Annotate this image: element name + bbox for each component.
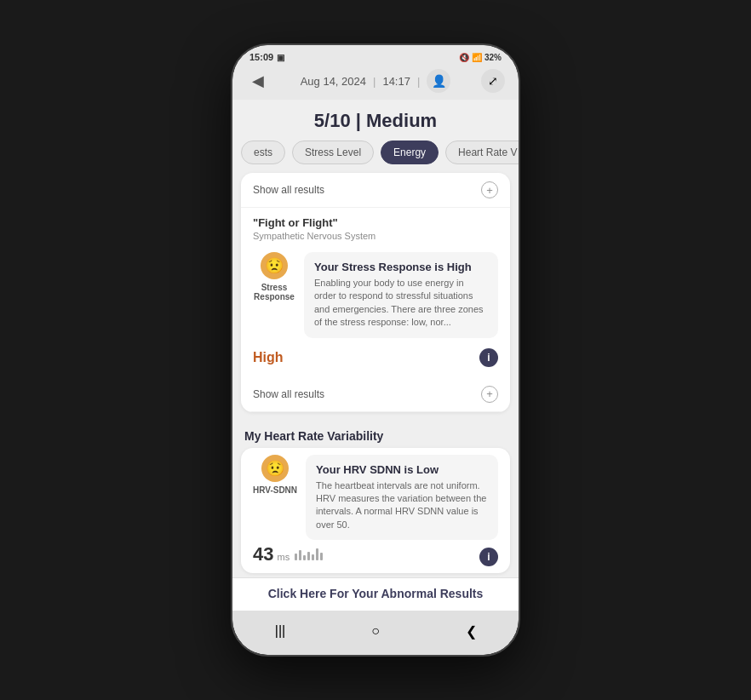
chart-bar bbox=[316, 548, 318, 560]
stress-info-title: Your Stress Response is High bbox=[314, 261, 488, 273]
hrv-card: 😟 HRV-SDNN Your HRV SDNN is Low The hear… bbox=[241, 448, 510, 574]
stress-metric-label: StressResponse bbox=[254, 283, 295, 301]
tab-bar: ests Stress Level Energy Heart Rate V bbox=[232, 141, 519, 173]
battery-level: 32% bbox=[484, 53, 502, 62]
score-title: 5/10 | Medium bbox=[232, 100, 519, 141]
tab-energy[interactable]: Energy bbox=[381, 141, 439, 164]
chart-bar bbox=[312, 554, 314, 560]
chart-bar bbox=[307, 552, 310, 560]
bottom-nav: ||| ○ ❮ bbox=[232, 611, 519, 655]
stress-info-icon[interactable]: i bbox=[479, 348, 498, 367]
status-time: 15:09 ▣ bbox=[249, 52, 284, 62]
fight-flight-title: "Fight or Flight" Sympathetic Nervous Sy… bbox=[241, 208, 510, 245]
menu-button[interactable]: ||| bbox=[265, 619, 295, 643]
stress-icon-col: 😟 StressResponse bbox=[253, 252, 295, 338]
hrv-mini-chart bbox=[293, 543, 324, 560]
show-all-bottom[interactable]: Show all results + bbox=[241, 377, 510, 412]
phone-shell: 15:09 ▣ 🔇 📶 32% ◀ Aug 14, 2024 | 14:17 |… bbox=[231, 43, 520, 657]
hrv-icon-col: 😟 HRV-SDNN bbox=[253, 455, 297, 495]
tab-heart-rate[interactable]: Heart Rate V bbox=[445, 141, 519, 164]
share-button[interactable]: ⤢ bbox=[481, 69, 505, 93]
show-all-plus-bottom[interactable]: + bbox=[481, 386, 498, 403]
phone-screen: 15:09 ▣ 🔇 📶 32% ◀ Aug 14, 2024 | 14:17 |… bbox=[232, 45, 519, 655]
stress-info-box: Your Stress Response is High Enabling yo… bbox=[304, 252, 498, 338]
wifi-icon: 📶 bbox=[472, 53, 482, 62]
show-all-top[interactable]: Show all results + bbox=[241, 173, 510, 208]
stress-result-row: 😟 StressResponse Your Stress Response is… bbox=[241, 245, 510, 348]
status-icons: 🔇 📶 32% bbox=[459, 53, 502, 62]
mute-icon: 🔇 bbox=[459, 53, 469, 62]
chart-bar bbox=[295, 554, 297, 560]
hrv-unit: ms bbox=[277, 552, 290, 562]
back-nav-button[interactable]: ❮ bbox=[456, 619, 486, 643]
hrv-metric-row: 😟 HRV-SDNN Your HRV SDNN is Low The hear… bbox=[241, 448, 510, 541]
nav-time: 14:17 bbox=[382, 75, 410, 88]
hrv-metric-label: HRV-SDNN bbox=[253, 485, 297, 495]
tab-stress-level[interactable]: Stress Level bbox=[292, 141, 374, 164]
main-content: 5/10 | Medium ests Stress Level Energy H… bbox=[232, 100, 519, 577]
stress-info-desc: Enabling your body to use energy in orde… bbox=[314, 277, 488, 330]
show-all-plus-top[interactable]: + bbox=[481, 181, 498, 198]
chart-bar bbox=[320, 553, 323, 560]
nav-bar: ◀ Aug 14, 2024 | 14:17 | 👤 ⤢ bbox=[232, 66, 519, 100]
chart-bar bbox=[303, 555, 306, 560]
hrv-info-box: Your HRV SDNN is Low The heartbeat inter… bbox=[306, 455, 498, 541]
chart-bar bbox=[299, 550, 301, 560]
status-icon: ▣ bbox=[277, 53, 284, 62]
hrv-info-desc: The heartbeat intervals are not uniform.… bbox=[316, 479, 488, 532]
fight-flight-card: Show all results + "Fight or Flight" Sym… bbox=[241, 173, 510, 412]
stress-status-badge: High bbox=[253, 350, 284, 365]
stress-status-row: High i bbox=[241, 348, 510, 377]
hrv-info-title: Your HRV SDNN is Low bbox=[316, 463, 488, 476]
abnormal-results-button[interactable]: Click Here For Your Abnormal Results bbox=[232, 577, 519, 611]
back-button[interactable]: ◀ bbox=[246, 69, 270, 93]
home-button[interactable]: ○ bbox=[360, 619, 391, 643]
nav-date: Aug 14, 2024 bbox=[301, 75, 366, 88]
tab-ests[interactable]: ests bbox=[241, 141, 285, 164]
hrv-section-title: My Heart Rate Variability bbox=[232, 421, 519, 448]
status-bar: 15:09 ▣ 🔇 📶 32% bbox=[232, 45, 519, 66]
hrv-info-icon[interactable]: i bbox=[479, 548, 498, 566]
stress-emoji: 😟 bbox=[261, 252, 288, 279]
hrv-emoji: 😟 bbox=[261, 455, 289, 482]
profile-icon[interactable]: 👤 bbox=[427, 69, 450, 93]
hrv-value-row: 43 ms i bbox=[241, 540, 510, 573]
nav-date-time: Aug 14, 2024 | 14:17 | 👤 bbox=[301, 69, 451, 93]
hrv-value: 43 bbox=[253, 543, 273, 565]
